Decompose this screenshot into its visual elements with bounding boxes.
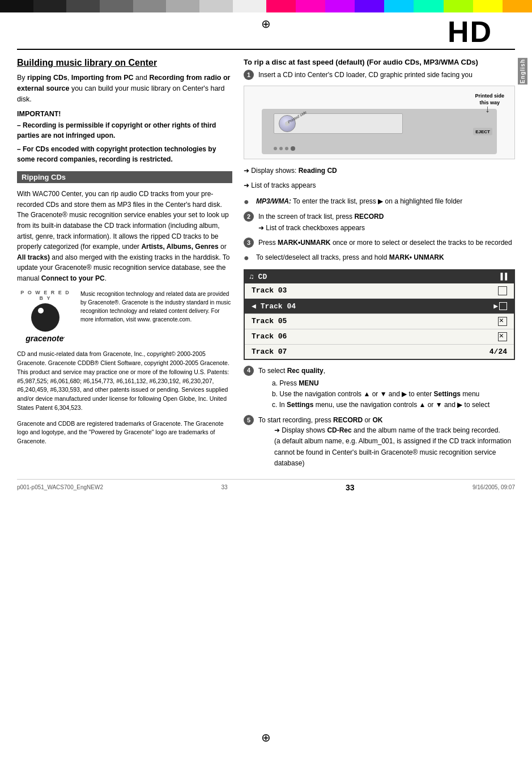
footer-timestamp: 9/16/2005, 09:07 — [473, 484, 515, 490]
color-block-violet — [355, 0, 384, 12]
step-2-content: In the screen of track list, press RECOR… — [258, 211, 384, 233]
top-color-bar — [0, 0, 532, 12]
footer-page-left: 33 — [221, 484, 227, 490]
track-06-name: Track 06 — [252, 332, 287, 341]
arrow-icon-1: ➜ — [244, 167, 249, 175]
step-mp3-bullet: ● — [244, 196, 252, 207]
control-btn-2 — [279, 147, 283, 150]
right-column: English To rip a disc at fast speed (def… — [244, 58, 515, 473]
track-04-checkbox — [499, 302, 507, 310]
ripping-bar: Ripping CDs — [17, 171, 232, 183]
color-block-6 — [166, 0, 199, 12]
signal-icon: ▌▌ — [500, 273, 509, 281]
cd-image-area: Printed side EJECT Printed side this — [244, 86, 515, 159]
track-07-name: Track 07 — [252, 348, 287, 356]
color-block-4 — [100, 0, 133, 12]
track-display: ♫ CD ▌▌ Track 03 ◀ Track 04 ▶ Track 05 ✕ — [244, 269, 515, 360]
track-row-04: ◀ Track 04 ▶ — [245, 299, 514, 314]
main-layout: Building music library on Center By ripp… — [17, 50, 515, 473]
color-block-5 — [133, 0, 167, 12]
top-bar-right — [266, 0, 533, 12]
step-5-text: To start recording, press RECORD or OK — [258, 416, 382, 424]
page-number: 33 — [346, 483, 355, 492]
track-03-name: Track 03 — [252, 286, 287, 295]
step-3-number: 3 — [244, 238, 254, 248]
control-btn-3 — [285, 147, 288, 150]
step-mp3-text: MP3/WMA: To enter the track list, press … — [256, 196, 462, 206]
gracenote-circle — [31, 303, 59, 332]
color-block-7 — [199, 0, 233, 12]
step-4: 4 To select Rec quality, a. Press MENU b… — [244, 366, 515, 411]
step-mp3: ● MP3/WMA: To enter the track list, pres… — [244, 196, 515, 207]
step-1: 1 Insert a CD into Center's CD loader, C… — [244, 70, 515, 80]
step-5: 5 To start recording, press RECORD or OK… — [244, 415, 515, 469]
step-2-number: 2 — [244, 211, 254, 222]
intro-text: By ripping CDs, Importing from PC and Re… — [17, 73, 232, 104]
step-all-text: To select/deselect all tracks, press and… — [256, 252, 444, 262]
color-block-lime — [444, 0, 473, 12]
step-all-bullet: ● — [244, 252, 252, 263]
important-title: IMPORTANT! — [17, 110, 232, 118]
footer: p001-p051_WACS700_EngNEW2 33 33 9/16/200… — [17, 479, 515, 492]
gracenote-block: P O W E R E D B Y gracenote. Music recog… — [17, 290, 232, 344]
gracenote-small-text: Music recognition technology and related… — [80, 290, 232, 324]
track-05-name: Track 05 — [252, 317, 287, 325]
section-title-left: Building music library on Center — [17, 58, 232, 68]
track-row-03: Track 03 — [245, 283, 514, 299]
color-block-purple — [325, 0, 355, 12]
step-4c: c. In Settings menu, use the navigation … — [272, 400, 490, 410]
crosshair-bottom: ⊕ — [261, 731, 271, 744]
step-5-arrow1: ➜ Display shows CD-Rec and the album nam… — [274, 425, 515, 436]
step-4b: b. Use the navigation controls ▲ or ▼ an… — [272, 389, 490, 400]
step-5-note: (a default album name, e.g. Album_001, i… — [274, 436, 515, 469]
control-btn-1 — [274, 147, 277, 150]
cd-icon: ♫ CD — [249, 273, 267, 281]
step-4a: a. Press MENU — [272, 378, 490, 389]
color-block-cyan — [384, 0, 414, 12]
left-column: Building music library on Center By ripp… — [17, 58, 232, 473]
cd-slot-area: Printed side — [274, 113, 403, 134]
gracenote-dot — [38, 308, 44, 313]
color-block-2 — [33, 0, 67, 12]
color-block-magenta — [296, 0, 325, 12]
step-4-content: To select Rec quality, a. Press MENU b. … — [258, 366, 490, 411]
important-box: IMPORTANT! – Recording is permissible if… — [17, 110, 232, 164]
step-4-number: 4 — [244, 366, 254, 376]
cd-illustration: Printed side EJECT Printed side this — [249, 91, 510, 154]
step-3: 3 Press MARK•UNMARK once or more to sele… — [244, 238, 515, 248]
crosshair-top: ⊕ — [261, 17, 271, 31]
color-block-pink — [266, 0, 296, 12]
step-5-content: To start recording, press RECORD or OK ➜… — [258, 415, 515, 469]
ripping-body-text: With WAC700 Center, you can rip audio CD… — [17, 189, 232, 283]
device-body: Printed side EJECT — [262, 109, 497, 154]
track-row-07: Track 07 4/24 — [245, 345, 514, 359]
powered-by-text: P O W E R E D B Y — [17, 290, 74, 301]
track-display-header: ♫ CD ▌▌ — [245, 270, 514, 283]
color-block-3 — [66, 0, 100, 12]
step-5-number: 5 — [244, 415, 254, 425]
step-4-text: To select Rec quality, — [258, 367, 325, 375]
track-row-05: Track 05 ✕ — [245, 314, 514, 329]
display-reading-cd: ➜ Display shows: Reading CD — [244, 165, 515, 177]
step-1-text: Insert a CD into Center's CD loader, CD … — [258, 70, 473, 80]
eject-button: EJECT — [473, 128, 492, 135]
gracenote-logo-area: P O W E R E D B Y gracenote. — [17, 290, 74, 344]
step-3-text: Press MARK•UNMARK once or more to select… — [258, 238, 512, 248]
track-07-value: 4/24 — [490, 348, 507, 356]
volume-knob — [291, 146, 295, 151]
color-block-teal — [414, 0, 443, 12]
track-04-name: ◀ Track 04 — [252, 302, 296, 311]
color-block-8 — [233, 0, 266, 12]
english-label: English — [518, 58, 527, 84]
color-block-yellow — [473, 0, 503, 12]
track-04-arrow: ▶ — [493, 302, 498, 311]
step-2-text: In the screen of track list, press RECOR… — [258, 213, 384, 221]
track-05-checkbox: ✕ — [498, 317, 507, 326]
track-row-06: Track 06 ✕ — [245, 329, 514, 345]
color-block-orange — [503, 0, 532, 12]
step-all-tracks: ● To select/deselect all tracks, press a… — [244, 252, 515, 263]
device-controls — [274, 146, 295, 151]
right-section-title: To rip a disc at fast speed (default) (F… — [244, 58, 515, 66]
step-2: 2 In the screen of track list, press REC… — [244, 211, 515, 233]
display-list-tracks: ➜ List of tracks appears — [244, 180, 515, 192]
